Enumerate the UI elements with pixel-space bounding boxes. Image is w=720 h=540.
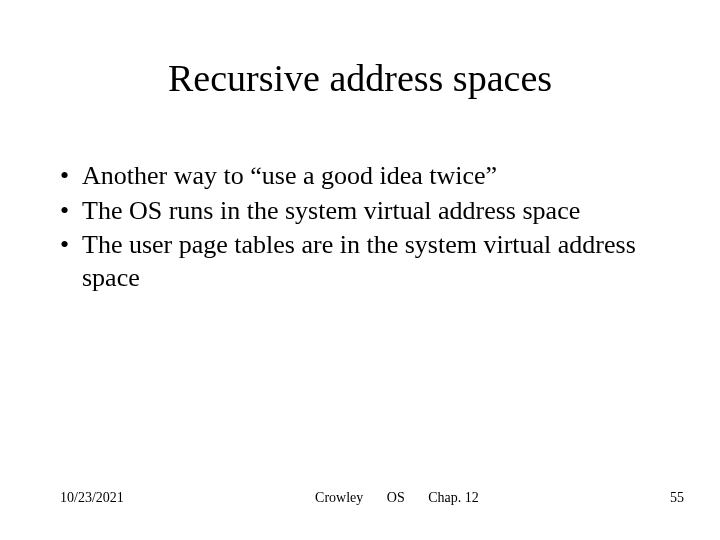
bullet-list: Another way to “use a good idea twice” T…	[60, 160, 660, 294]
list-item: The user page tables are in the system v…	[60, 229, 660, 294]
list-item: The OS runs in the system virtual addres…	[60, 195, 660, 228]
footer-author: Crowley	[305, 490, 373, 506]
list-item: Another way to “use a good idea twice”	[60, 160, 660, 193]
slide-footer: 10/23/2021 Crowley OS Chap. 12 55	[60, 490, 684, 506]
slide-title: Recursive address spaces	[0, 56, 720, 100]
footer-page-number: 55	[670, 490, 684, 506]
footer-date: 10/23/2021	[60, 490, 124, 506]
slide: Recursive address spaces Another way to …	[0, 0, 720, 540]
slide-body: Another way to “use a good idea twice” T…	[60, 160, 660, 296]
footer-chapter: Chap. 12	[418, 490, 489, 506]
footer-course: OS	[377, 490, 415, 506]
footer-center: Crowley OS Chap. 12	[124, 490, 670, 506]
